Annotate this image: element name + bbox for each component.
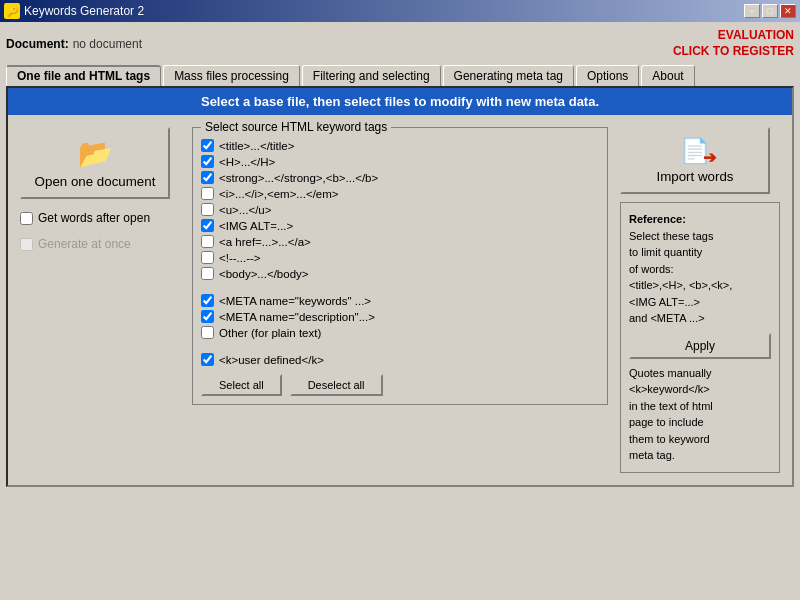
tag-title-checkbox[interactable] xyxy=(201,139,214,152)
import-words-label: Import words xyxy=(656,169,733,184)
content-area: Select a base file, then select files to… xyxy=(6,86,794,487)
deselect-all-button[interactable]: Deselect all xyxy=(290,374,383,396)
left-column: 📂 Open one document Get words after open… xyxy=(20,127,180,473)
tag-img-checkbox[interactable] xyxy=(201,219,214,232)
document-label: Document: xyxy=(6,37,69,51)
other-plain-label: Other (for plain text) xyxy=(219,327,321,339)
ref-line2: to limit quantity xyxy=(629,246,702,258)
tag-comment-row: <!--...--> xyxy=(201,251,599,264)
ref-extra-line3: in the text of html xyxy=(629,400,713,412)
maximize-button[interactable]: □ xyxy=(762,4,778,18)
ref-line4: <title>,<H>, <b>,<k>, xyxy=(629,279,732,291)
tag-h-checkbox[interactable] xyxy=(201,155,214,168)
tag-title-label: <title>...</title> xyxy=(219,140,294,152)
user-defined-label: <k>user defined</k> xyxy=(219,354,324,366)
tab-generating[interactable]: Generating meta tag xyxy=(443,65,574,86)
meta-description-row: <META name="description"...> xyxy=(201,310,599,323)
ref-extra-line1: Quotes manually xyxy=(629,367,712,379)
ref-extra-line2: <k>keyword</k> xyxy=(629,383,710,395)
import-icon-wrap: 📄 ➔ xyxy=(680,137,710,165)
tag-i-row: <i>...</i>,<em>...</em> xyxy=(201,187,599,200)
generate-at-once-label: Generate at once xyxy=(38,237,131,251)
ref-line6: and <META ...> xyxy=(629,312,705,324)
tag-img-label: <IMG ALT=...> xyxy=(219,220,293,232)
ref-extra-line4: page to include xyxy=(629,416,704,428)
other-plain-checkbox[interactable] xyxy=(201,326,214,339)
title-bar-buttons: − □ ✕ xyxy=(744,4,796,18)
reference-box: Reference: Select these tags to limit qu… xyxy=(620,202,780,473)
tag-a-checkbox[interactable] xyxy=(201,235,214,248)
user-defined-row: <k>user defined</k> xyxy=(201,353,599,366)
tag-h-label: <H>...</H> xyxy=(219,156,275,168)
doc-bar: Document: no document EVALUATION CLICK T… xyxy=(6,28,794,59)
eval-line2: CLICK TO REGISTER xyxy=(673,44,794,60)
main-container: Document: no document EVALUATION CLICK T… xyxy=(0,22,800,493)
ref-line1: Select these tags xyxy=(629,230,713,242)
instruction-bar: Select a base file, then select files to… xyxy=(8,88,792,115)
tab-options[interactable]: Options xyxy=(576,65,639,86)
meta-keywords-checkbox[interactable] xyxy=(201,294,214,307)
tag-a-row: <a href=...>...</a> xyxy=(201,235,599,248)
meta-description-checkbox[interactable] xyxy=(201,310,214,323)
document-value: no document xyxy=(73,37,142,51)
close-button[interactable]: ✕ xyxy=(780,4,796,18)
title-bar-left: 🔑 Keywords Generator 2 xyxy=(4,3,144,19)
tab-bar: One file and HTML tags Mass files proces… xyxy=(6,65,794,86)
tag-body-checkbox[interactable] xyxy=(201,267,214,280)
apply-button[interactable]: Apply xyxy=(629,333,771,359)
open-doc-icon: 📂 xyxy=(78,137,113,170)
title-bar-title: Keywords Generator 2 xyxy=(24,4,144,18)
tag-title-row: <title>...</title> xyxy=(201,139,599,152)
generate-at-once-checkbox[interactable] xyxy=(20,238,33,251)
app-icon: 🔑 xyxy=(4,3,20,19)
reference-title: Reference: xyxy=(629,213,686,225)
tag-u-label: <u>...</u> xyxy=(219,204,271,216)
import-arrow-icon: ➔ xyxy=(703,148,716,167)
get-words-label: Get words after open xyxy=(38,211,150,225)
get-words-row: Get words after open xyxy=(20,211,180,225)
tag-u-row: <u>...</u> xyxy=(201,203,599,216)
middle-column: Select source HTML keyword tags <title>.… xyxy=(192,127,608,473)
meta-keywords-label: <META name="keywords" ...> xyxy=(219,295,371,307)
tag-img-row: <IMG ALT=...> xyxy=(201,219,599,232)
eval-text[interactable]: EVALUATION CLICK TO REGISTER xyxy=(673,28,794,59)
select-buttons-row: Select all Deselect all xyxy=(201,374,599,396)
tag-strong-label: <strong>...</strong>,<b>...</b> xyxy=(219,172,378,184)
generate-at-once-row: Generate at once xyxy=(20,237,180,251)
tag-comment-label: <!--...--> xyxy=(219,252,261,264)
tag-strong-row: <strong>...</strong>,<b>...</b> xyxy=(201,171,599,184)
source-tags-group: Select source HTML keyword tags <title>.… xyxy=(192,127,608,405)
tag-strong-checkbox[interactable] xyxy=(201,171,214,184)
ref-line5: <IMG ALT=...> xyxy=(629,296,700,308)
tab-filtering[interactable]: Filtering and selecting xyxy=(302,65,441,86)
tag-a-label: <a href=...>...</a> xyxy=(219,236,311,248)
tab-one-file[interactable]: One file and HTML tags xyxy=(6,65,161,86)
tag-h-row: <H>...</H> xyxy=(201,155,599,168)
tag-comment-checkbox[interactable] xyxy=(201,251,214,264)
tag-i-label: <i>...</i>,<em>...</em> xyxy=(219,188,339,200)
ref-line3: of words: xyxy=(629,263,674,275)
tag-body-row: <body>...</body> xyxy=(201,267,599,280)
doc-label-area: Document: no document xyxy=(6,37,142,51)
meta-keywords-row: <META name="keywords" ...> xyxy=(201,294,599,307)
open-doc-label: Open one document xyxy=(35,174,156,189)
meta-description-label: <META name="description"...> xyxy=(219,311,375,323)
tag-i-checkbox[interactable] xyxy=(201,187,214,200)
ref-extra-line5: them to keyword xyxy=(629,433,710,445)
tag-u-checkbox[interactable] xyxy=(201,203,214,216)
select-all-button[interactable]: Select all xyxy=(201,374,282,396)
import-words-button[interactable]: 📄 ➔ Import words xyxy=(620,127,770,194)
title-bar: 🔑 Keywords Generator 2 − □ ✕ xyxy=(0,0,800,22)
other-plain-row: Other (for plain text) xyxy=(201,326,599,339)
eval-line1: EVALUATION xyxy=(673,28,794,44)
open-document-button[interactable]: 📂 Open one document xyxy=(20,127,170,199)
tab-mass-files[interactable]: Mass files processing xyxy=(163,65,300,86)
tag-body-label: <body>...</body> xyxy=(219,268,309,280)
group-title: Select source HTML keyword tags xyxy=(201,120,391,134)
user-defined-checkbox[interactable] xyxy=(201,353,214,366)
get-words-checkbox[interactable] xyxy=(20,212,33,225)
tab-about[interactable]: About xyxy=(641,65,694,86)
right-column: 📄 ➔ Import words Reference: Select these… xyxy=(620,127,780,473)
main-content: 📂 Open one document Get words after open… xyxy=(8,115,792,485)
minimize-button[interactable]: − xyxy=(744,4,760,18)
